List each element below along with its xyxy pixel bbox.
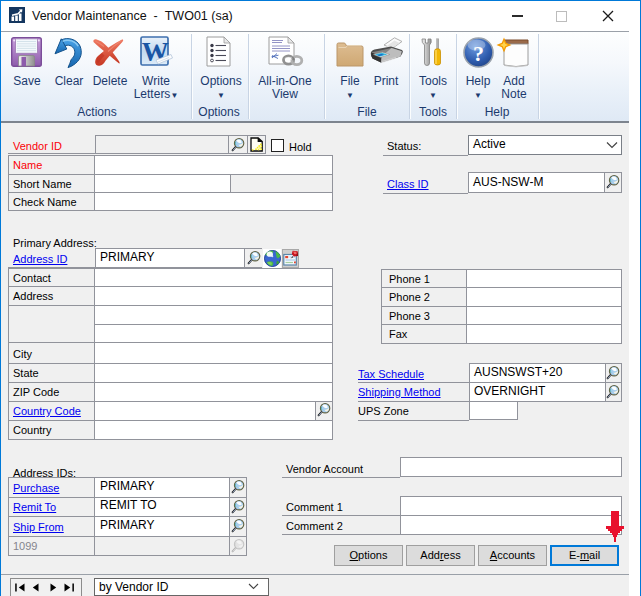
svg-text:W: W [142,37,169,67]
svg-text:?: ? [473,41,484,66]
